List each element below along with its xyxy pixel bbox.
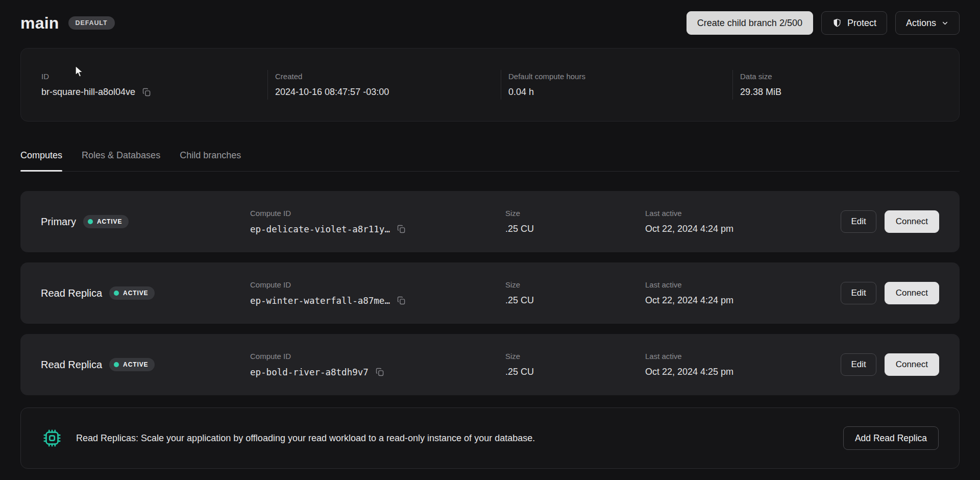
size-label: Size — [505, 209, 645, 218]
compute-name-group: Read Replica ACTIVE — [41, 286, 250, 300]
compute-name: Primary — [41, 216, 76, 228]
compute-name: Read Replica — [41, 359, 102, 371]
row-actions: Edit Connect — [841, 353, 939, 376]
compute-id-label: Compute ID — [250, 280, 505, 289]
size-label: Size — [505, 352, 645, 361]
compute-id-label: Compute ID — [250, 209, 505, 218]
copy-icon — [396, 295, 407, 306]
compute-id-field: Compute ID ep-bold-river-a8tdh9v7 — [250, 352, 505, 377]
copy-icon — [141, 87, 152, 98]
compute-size-field: Size .25 CU — [505, 280, 645, 306]
status-dot-icon — [114, 362, 119, 367]
copy-icon — [396, 224, 407, 234]
data-size-label: Data size — [740, 72, 939, 81]
edit-button[interactable]: Edit — [841, 353, 876, 376]
default-compute-hours-label: Default compute hours — [508, 72, 732, 81]
branch-tabs: Computes Roles & Databases Child branche… — [20, 150, 960, 172]
last-active-value: Oct 22, 2024 4:24 pm — [645, 295, 841, 306]
header-actions: Create child branch 2/500 Protect Action… — [687, 11, 960, 35]
branch-id-label: ID — [41, 72, 267, 81]
status-dot-icon — [88, 219, 93, 224]
data-size-value: 29.38 MiB — [740, 87, 939, 98]
size-value: .25 CU — [505, 295, 645, 306]
add-read-replica-button[interactable]: Add Read Replica — [843, 426, 939, 450]
branch-page: main DEFAULT Create child branch 2/500 P… — [0, 11, 980, 469]
status-label: ACTIVE — [123, 290, 148, 296]
compute-id-label: Compute ID — [250, 352, 505, 361]
edit-button[interactable]: Edit — [841, 282, 876, 304]
status-badge: ACTIVE — [83, 215, 129, 228]
last-active-label: Last active — [645, 352, 841, 361]
last-active-value: Oct 22, 2024 4:25 pm — [645, 367, 841, 377]
actions-label: Actions — [906, 18, 936, 28]
chevron-down-icon — [941, 19, 949, 27]
protect-label: Protect — [847, 18, 876, 28]
protect-button[interactable]: Protect — [821, 11, 887, 35]
copy-branch-id-button[interactable] — [141, 87, 152, 98]
status-dot-icon — [114, 291, 119, 296]
default-badge: DEFAULT — [68, 16, 115, 30]
compute-id-value: ep-winter-waterfall-a87me… — [250, 296, 390, 306]
compute-size-field: Size .25 CU — [505, 352, 645, 377]
last-active-field: Last active Oct 22, 2024 4:24 pm — [645, 280, 841, 306]
status-badge: ACTIVE — [109, 286, 155, 300]
last-active-field: Last active Oct 22, 2024 4:24 pm — [645, 209, 841, 234]
copy-compute-id-button[interactable] — [396, 224, 407, 234]
last-active-value: Oct 22, 2024 4:24 pm — [645, 224, 841, 234]
status-label: ACTIVE — [97, 219, 122, 225]
compute-id-field: Compute ID ep-winter-waterfall-a87me… — [250, 280, 505, 306]
compute-name-group: Primary ACTIVE — [41, 215, 250, 228]
actions-button[interactable]: Actions — [895, 11, 960, 35]
copy-compute-id-button[interactable] — [396, 295, 407, 306]
branch-info-card: ID br-square-hill-a8ol04ve Created 2024-… — [20, 48, 960, 122]
compute-name-group: Read Replica ACTIVE — [41, 358, 250, 371]
tab-roles-databases[interactable]: Roles & Databases — [82, 150, 160, 171]
last-active-field: Last active Oct 22, 2024 4:25 pm — [645, 352, 841, 377]
compute-id-field: Compute ID ep-delicate-violet-a8r11y… — [250, 209, 505, 234]
row-actions: Edit Connect — [841, 210, 939, 233]
status-badge: ACTIVE — [109, 358, 155, 371]
status-label: ACTIVE — [123, 362, 148, 368]
connect-button[interactable]: Connect — [885, 353, 939, 376]
created-value: 2024-10-16 08:47:57 -03:00 — [275, 87, 501, 98]
branch-id-field: ID br-square-hill-a8ol04ve — [41, 70, 267, 100]
cpu-chip-icon — [41, 427, 63, 449]
title-group: main DEFAULT — [20, 14, 115, 33]
connect-button[interactable]: Connect — [885, 210, 939, 233]
compute-id-value: ep-delicate-violet-a8r11y… — [250, 224, 390, 234]
read-replica-note-card: Read Replicas: Scale your application by… — [20, 407, 960, 469]
size-value: .25 CU — [505, 367, 645, 377]
page-title: main — [20, 14, 59, 33]
data-size-field: Data size 29.38 MiB — [732, 70, 939, 100]
copy-icon — [375, 367, 385, 377]
connect-button[interactable]: Connect — [885, 282, 939, 304]
compute-id-value: ep-bold-river-a8tdh9v7 — [250, 367, 369, 377]
created-label: Created — [275, 72, 501, 81]
default-compute-hours-field: Default compute hours 0.04 h — [501, 70, 732, 100]
edit-button[interactable]: Edit — [841, 210, 876, 233]
shield-icon — [832, 18, 842, 28]
compute-row-read-replica-1: Read Replica ACTIVE Compute ID ep-winter… — [20, 262, 960, 324]
branch-id-value: br-square-hill-a8ol04ve — [41, 87, 135, 98]
row-actions: Edit Connect — [841, 282, 939, 304]
copy-compute-id-button[interactable] — [375, 367, 385, 377]
tab-child-branches[interactable]: Child branches — [180, 150, 241, 171]
default-compute-hours-value: 0.04 h — [508, 87, 732, 98]
compute-row-read-replica-2: Read Replica ACTIVE Compute ID ep-bold-r… — [20, 334, 960, 395]
last-active-label: Last active — [645, 280, 841, 289]
size-value: .25 CU — [505, 224, 645, 234]
read-replica-note-text: Read Replicas: Scale your application by… — [76, 433, 535, 444]
branch-header: main DEFAULT Create child branch 2/500 P… — [20, 11, 960, 35]
created-field: Created 2024-10-16 08:47:57 -03:00 — [267, 70, 501, 100]
create-child-branch-button[interactable]: Create child branch 2/500 — [687, 11, 813, 35]
computes-list: Primary ACTIVE Compute ID ep-delicate-vi… — [20, 191, 960, 395]
compute-size-field: Size .25 CU — [505, 209, 645, 234]
compute-row-primary: Primary ACTIVE Compute ID ep-delicate-vi… — [20, 191, 960, 252]
last-active-label: Last active — [645, 209, 841, 218]
tab-computes[interactable]: Computes — [20, 150, 62, 171]
compute-name: Read Replica — [41, 287, 102, 299]
size-label: Size — [505, 280, 645, 289]
